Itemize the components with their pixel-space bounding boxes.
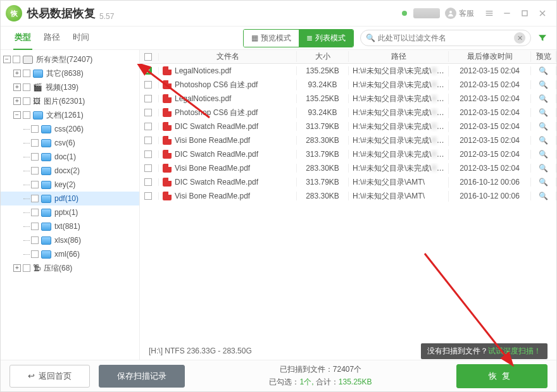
row-checkbox[interactable]	[144, 178, 152, 186]
checkbox[interactable]	[31, 153, 39, 161]
minimize-icon[interactable]	[498, 4, 516, 22]
preview-icon[interactable]: 🔍	[531, 80, 556, 89]
tree-zip[interactable]: +🗜压缩(68)	[1, 261, 139, 275]
tree-xml[interactable]: xml(66)	[1, 247, 139, 261]
row-checkbox[interactable]	[144, 109, 152, 116]
collapse-icon[interactable]: −	[13, 111, 21, 119]
tree-txt[interactable]: txt(881)	[1, 219, 139, 233]
row-checkbox[interactable]	[144, 123, 152, 130]
expand-icon[interactable]: +	[13, 97, 21, 105]
tab-time[interactable]: 时间	[72, 26, 91, 50]
footer: ↩返回首页 保存扫描记录 已扫描到文件：72407个 已勾选：1个, 合计：13…	[1, 360, 556, 391]
table-row[interactable]: ✓LegalNotices.pdf135.25KBH:\#未知父目录\未完成\X…	[140, 64, 556, 78]
tree-ddoc[interactable]: doc(1)	[1, 150, 139, 164]
preview-icon[interactable]: 🔍	[531, 108, 556, 117]
filter-icon[interactable]	[534, 29, 551, 47]
select-all-checkbox[interactable]	[144, 53, 152, 61]
tree-root[interactable]: −所有类型(72407)	[1, 52, 139, 66]
search-input[interactable]	[378, 34, 514, 42]
preview-icon[interactable]: 🔍	[531, 192, 556, 200]
row-checkbox[interactable]	[144, 164, 152, 172]
list-mode-button[interactable]: ≣列表模式	[299, 30, 353, 47]
row-checkbox[interactable]	[144, 137, 152, 144]
preview-icon[interactable]: 🔍	[531, 164, 556, 173]
expand-icon[interactable]: +	[13, 70, 21, 77]
table-row[interactable]: DIC Swatch ReadMe.pdf313.79KBH:\#未知父目录\未…	[140, 119, 556, 133]
avatar-icon[interactable]	[445, 8, 456, 19]
row-checkbox[interactable]	[144, 150, 152, 158]
row-checkbox[interactable]	[144, 95, 152, 102]
checkbox[interactable]	[31, 209, 39, 216]
tab-type[interactable]: 类型	[13, 26, 32, 50]
tree-image[interactable]: +🖼图片(62301)	[1, 94, 139, 108]
checkbox[interactable]	[23, 111, 30, 119]
col-preview[interactable]: 预览	[531, 51, 556, 62]
tree-other[interactable]: +其它(8638)	[1, 66, 139, 80]
search-box[interactable]: 🔍 ✕	[360, 30, 531, 46]
checkbox[interactable]	[31, 195, 39, 202]
checkbox[interactable]	[31, 125, 39, 133]
row-checkbox[interactable]	[144, 81, 152, 89]
checkbox[interactable]	[23, 83, 30, 91]
expand-icon[interactable]: +	[13, 83, 21, 91]
preview-icon[interactable]: 🔍	[531, 122, 556, 131]
checkbox[interactable]	[31, 236, 39, 244]
expand-icon[interactable]: +	[13, 264, 21, 272]
col-time[interactable]: 最后修改时间	[449, 51, 531, 62]
preview-mode-button[interactable]: ▦预览模式	[244, 30, 299, 47]
checkbox[interactable]	[31, 250, 39, 258]
tree-video[interactable]: +🎬视频(139)	[1, 80, 139, 94]
col-size[interactable]: 大小	[297, 51, 349, 62]
table-row[interactable]: Visi Bone ReadMe.pdf283.30KBH:\#未知父目录\未完…	[140, 133, 556, 147]
recover-button[interactable]: 恢复	[456, 364, 548, 388]
deep-scan-button[interactable]: 没有扫描到文件？试试深度扫描！	[421, 343, 548, 359]
preview-icon[interactable]: 🔍	[531, 66, 556, 75]
tab-path[interactable]: 路径	[42, 26, 61, 50]
tree-pptx[interactable]: pptx(1)	[1, 205, 139, 219]
tree-key[interactable]: key(2)	[1, 178, 139, 192]
checkbox[interactable]	[23, 97, 30, 105]
computer-icon	[23, 56, 33, 64]
close-icon[interactable]	[534, 4, 551, 22]
checkbox[interactable]	[31, 139, 39, 147]
preview-icon[interactable]: 🔍	[531, 136, 556, 145]
sidebar-tree[interactable]: −所有类型(72407) +其它(8638) +🎬视频(139) +🖼图片(62…	[1, 50, 140, 360]
tree-docx[interactable]: docx(2)	[1, 164, 139, 178]
tree-pdf[interactable]: pdf(10)	[1, 192, 139, 205]
collapse-icon[interactable]: −	[3, 56, 11, 63]
notify-icon[interactable]	[396, 4, 413, 22]
tree-css[interactable]: css(206)	[1, 122, 139, 136]
preview-icon[interactable]: 🔍	[531, 94, 556, 103]
back-home-button[interactable]: ↩返回首页	[9, 365, 90, 388]
tree-csv[interactable]: csv(6)	[1, 136, 139, 150]
checkbox[interactable]	[31, 181, 39, 188]
save-scan-button[interactable]: 保存扫描记录	[99, 365, 185, 388]
checkbox[interactable]	[23, 264, 30, 272]
col-name[interactable]: 文件名	[159, 51, 297, 62]
table-row[interactable]: Visi Bone ReadMe.pdf283.30KBH:\#未知父目录\AM…	[140, 189, 556, 203]
table-row[interactable]: Photoshop CS6 自述.pdf93.24KBH:\#未知父目录\未完成…	[140, 78, 556, 92]
table-row[interactable]: Visi Bone ReadMe.pdf283.30KBH:\#未知父目录\未完…	[140, 161, 556, 175]
row-checkbox[interactable]	[144, 192, 152, 200]
table-row[interactable]: Photoshop CS6 自述.pdf93.24KBH:\#未知父目录\未完成…	[140, 106, 556, 119]
svg-point-0	[402, 11, 407, 16]
table-row[interactable]: DIC Swatch ReadMe.pdf313.79KBH:\#未知父目录\未…	[140, 147, 556, 161]
table-row[interactable]: DIC Swatch ReadMe.pdf313.79KBH:\#未知父目录\A…	[140, 175, 556, 189]
maximize-icon[interactable]	[516, 4, 534, 22]
clear-search-icon[interactable]: ✕	[514, 32, 525, 44]
row-checkbox[interactable]: ✓	[144, 67, 152, 75]
menu-icon[interactable]	[480, 4, 498, 22]
tree-xlsx[interactable]: xlsx(86)	[1, 233, 139, 247]
service-label[interactable]: 客服	[459, 8, 474, 19]
checkbox[interactable]	[13, 56, 20, 63]
preview-icon[interactable]: 🔍	[531, 150, 556, 159]
tree-doc[interactable]: −文档(1261)	[1, 108, 139, 122]
checkbox[interactable]	[31, 223, 39, 230]
col-path[interactable]: 路径	[349, 51, 449, 62]
preview-icon[interactable]: 🔍	[531, 178, 556, 187]
checkbox[interactable]	[31, 167, 39, 175]
checkbox[interactable]	[23, 70, 30, 77]
table-row[interactable]: LegalNotices.pdf135.25KBH:\#未知父目录\未完成\XX…	[140, 92, 556, 106]
file-name: DIC Swatch ReadMe.pdf	[175, 178, 258, 187]
file-size: 283.30KB	[297, 192, 349, 200]
